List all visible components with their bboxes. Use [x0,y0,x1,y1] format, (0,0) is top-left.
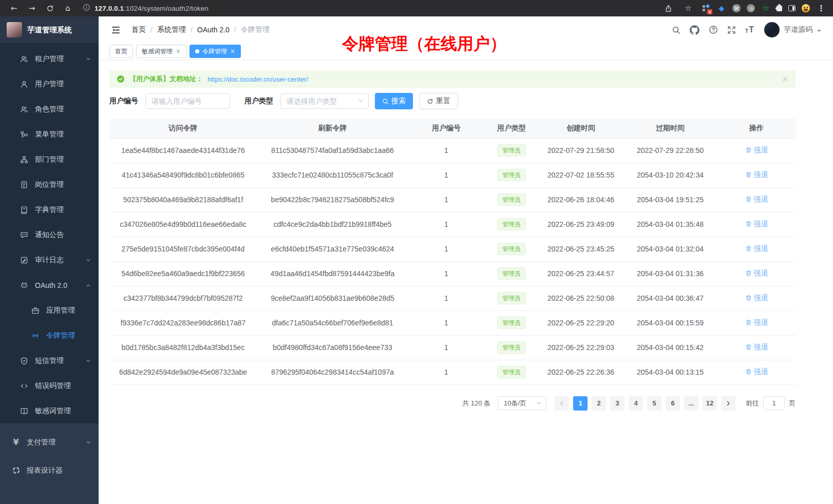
close-icon[interactable]: × [782,74,788,84]
delete-icon [745,295,752,301]
page-button-6[interactable]: 6 [666,396,680,411]
page-button-12[interactable]: 12 [703,396,717,411]
sidebar-item-oauth2[interactable]: OAuth 2.0 [0,273,99,298]
access-token-cell: b0d1785bc3a8482f812db4a3f3bd15ec [109,335,257,360]
force-logout-button[interactable]: 强退 [745,244,768,254]
tab-sensitive-word[interactable]: 敏感词管理× [136,45,186,58]
doc-link[interactable]: https://doc.iocoder.cn/user-center/ [207,75,308,83]
font-size-icon[interactable]: TT [745,26,754,34]
page-size-select[interactable]: 10条/页 [498,396,546,410]
home-icon[interactable]: ⌂ [61,2,74,15]
breadcrumb-item[interactable]: 系统管理 [157,25,186,34]
sidebar-item-menu[interactable]: 菜单管理 [0,122,99,147]
expire-time-cell: 2054-03-04 01:31:36 [623,261,717,286]
force-logout-label: 强退 [754,269,768,278]
sidebar-item-report-designer[interactable]: 报表设计器 [0,456,99,484]
sidebar-item-sensitive-word[interactable]: 敏感词管理 [0,398,99,423]
force-logout-button[interactable]: 强退 [745,220,768,229]
close-icon[interactable]: × [176,48,181,54]
more-pages-button[interactable]: ... [684,396,698,411]
sidebar-item-dict[interactable]: 字典管理 [0,197,99,222]
force-logout-button[interactable]: 强退 [745,343,768,352]
delete-icon [745,196,752,203]
refresh-token-cell: 49d1aa46d1454fbd87591444423be9fa [257,261,408,286]
reload-icon[interactable] [43,2,56,15]
app-logo[interactable]: 芋道管理系统 [0,16,99,43]
command-icon[interactable] [732,4,741,12]
page-button-3[interactable]: 3 [610,396,624,411]
reset-button[interactable]: 重置 [419,93,458,109]
force-logout-button[interactable]: 强退 [745,294,768,303]
sidebar-item-oauth2-app[interactable]: 应用管理 [0,298,99,323]
chevron-down-icon [85,439,91,445]
sidebar-item-user[interactable]: 用户管理 [0,71,99,96]
emoji-icon[interactable] [802,4,810,12]
force-logout-button[interactable]: 强退 [745,170,768,180]
force-logout-button[interactable]: 强退 [745,367,768,377]
address-bar[interactable]: 127.0.0.1:1024/system/oauth2/token [83,4,661,13]
breadcrumb: 首页/系统管理/OAuth 2.0/令牌管理 [131,25,270,34]
page-button-5[interactable]: 5 [647,396,661,411]
page-button-1[interactable]: 1 [573,396,588,411]
extensions-grid-icon[interactable]: 9 [702,4,711,13]
tab-label: 首页 [115,47,127,56]
share-icon[interactable] [661,2,675,15]
search-button[interactable]: 搜索 [375,93,413,109]
roles-icon [20,105,29,113]
sidebar-item-sms[interactable]: 短信管理 [0,348,99,373]
sidebar-item-error-code[interactable]: 错误码管理 [0,373,99,398]
back-icon[interactable]: ← [7,2,21,15]
goto-page-input[interactable] [763,396,785,410]
search-icon[interactable] [672,26,680,34]
force-logout-button[interactable]: 强退 [745,318,768,327]
user-id-input[interactable] [145,93,230,109]
green-star-icon[interactable] [761,4,770,13]
sidebar-item-tenant[interactable]: 租户管理 [0,46,99,71]
user-type-badge: 管理员 [497,292,526,304]
column-header-create-time: 创建时间 [539,119,623,138]
force-logout-button[interactable]: 强退 [745,195,768,204]
prev-page-button[interactable] [555,396,569,411]
next-page-button[interactable] [721,396,735,411]
sidebar-item-post[interactable]: 岗位管理 [0,172,99,197]
help-icon[interactable] [709,25,718,34]
sidebar-item-oauth2-token[interactable]: 令牌管理 [0,323,99,348]
fullscreen-icon[interactable] [727,26,736,34]
tab-home[interactable]: 首页 [109,45,133,58]
user-menu[interactable]: 芋道源码 [764,22,822,37]
sidebar-item-dept[interactable]: 部门管理 [0,147,99,172]
sidebar-item-role[interactable]: 角色管理 [0,96,99,122]
force-logout-button[interactable]: 强退 [745,269,768,278]
table-row: 502375b8040a469a9b82188afdf6af1fbe90422b… [109,187,796,212]
create-time-cell: 2022-06-25 22:26:36 [539,360,623,384]
collapse-sidebar-button[interactable] [111,25,121,35]
notice-comment-icon [20,231,29,239]
breadcrumb-item[interactable]: OAuth 2.0 [197,26,230,34]
sidebar-item-notice[interactable]: 通知公告 [0,222,99,247]
forward-icon[interactable]: → [25,2,39,15]
bookmark-star-icon[interactable]: ☆ [681,2,695,15]
page-content: 【用户体系】文档地址： https://doc.iocoder.cn/user-… [109,60,796,411]
user-type-select-input[interactable] [280,93,369,109]
force-logout-label: 强退 [754,343,768,352]
tab-token[interactable]: 令牌管理× [190,45,241,58]
gem-icon[interactable] [717,4,726,13]
page-button-2[interactable]: 2 [592,396,606,411]
puzzle-icon[interactable] [777,6,782,11]
page-button-4[interactable]: 4 [629,396,643,411]
breadcrumb-item[interactable]: 首页 [131,25,146,34]
sidebar-item-audit-log[interactable]: 审计日志 [0,247,99,273]
record-icon[interactable] [747,4,755,12]
side-panel-icon[interactable] [788,5,796,11]
refresh-token-cell: be90422b8c7946218275a508bf524fc9 [257,187,408,212]
user-type-select[interactable] [280,93,369,109]
url-text: 127.0.0.1:1024/system/oauth2/token [94,5,209,12]
kebab-menu-icon[interactable] [817,4,826,13]
oauth-robot-icon [20,281,29,289]
refresh-token-cell: e6cfd40eb1f54571a31e775e039c4624 [257,237,408,261]
force-logout-button[interactable]: 强退 [745,146,768,155]
github-icon[interactable] [690,25,699,35]
close-icon[interactable]: × [230,48,235,54]
active-dot [195,49,199,53]
sidebar-item-pay[interactable]: ¥支付管理 [0,428,99,456]
